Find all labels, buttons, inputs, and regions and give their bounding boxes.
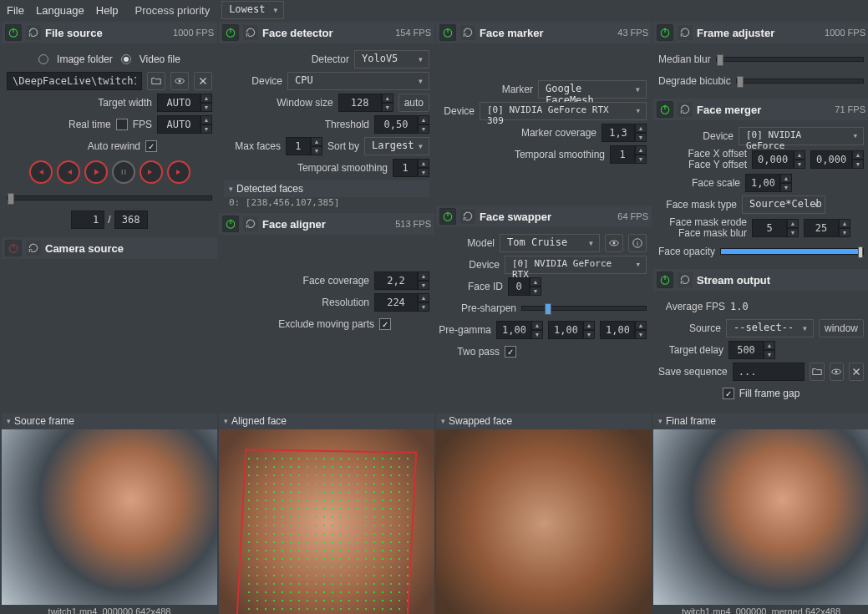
two-pass-checkbox[interactable]: ✓	[505, 346, 516, 358]
face-merger-refresh-button[interactable]	[677, 101, 693, 118]
max-faces-input[interactable]	[286, 137, 311, 155]
fill-frame-gap-checkbox[interactable]: ✓	[723, 388, 734, 399]
frame-adjuster-power-button[interactable]	[657, 24, 673, 41]
pause-button[interactable]	[112, 160, 135, 184]
face-opacity-slider[interactable]	[720, 248, 864, 255]
save-sequence-input[interactable]	[733, 363, 805, 381]
swapped-face-header[interactable]: Swapped face	[436, 413, 652, 429]
x-offset-input[interactable]	[752, 150, 794, 169]
stream-source-select[interactable]: --select--	[726, 319, 814, 337]
auto-rewind-checkbox[interactable]: ✓	[145, 140, 157, 152]
frame-current-input[interactable]	[71, 211, 104, 229]
window-size-input[interactable]	[338, 94, 382, 112]
previews-row: Source frame twitch1.mp4_000000 642x488 …	[0, 413, 868, 614]
save-eye-button[interactable]	[830, 363, 845, 381]
svg-point-3	[179, 80, 181, 83]
face-aligner-power-button[interactable]	[222, 216, 239, 232]
swapped-face-preview	[436, 429, 652, 614]
face-coverage-input[interactable]	[374, 271, 418, 290]
model-info-button[interactable]: i	[628, 234, 647, 252]
marker-coverage-input[interactable]	[602, 124, 635, 142]
image-folder-radio[interactable]	[38, 54, 48, 64]
mask-type-select[interactable]: Source*Celeb	[742, 195, 825, 214]
fps-up[interactable]: ▲	[201, 115, 212, 124]
mask-blur-input[interactable]	[804, 219, 839, 237]
camera-source-refresh-button[interactable]	[25, 240, 42, 256]
marker-temporal-input[interactable]	[610, 145, 635, 164]
mask-erode-input[interactable]	[752, 219, 787, 237]
detector-select[interactable]: YoloV5	[354, 50, 429, 69]
frame-adjuster-refresh-button[interactable]	[677, 24, 693, 41]
pregamma-r-input[interactable]	[496, 321, 531, 339]
menu-file[interactable]: File	[7, 4, 24, 17]
stream-output-refresh-button[interactable]	[677, 271, 693, 288]
save-folder-button[interactable]	[810, 363, 825, 381]
fps-down[interactable]: ▼	[201, 124, 212, 134]
target-width-up[interactable]: ▲	[201, 94, 212, 103]
marker-device-select[interactable]: [0] NVIDIA GeForce RTX 309	[480, 102, 647, 120]
real-time-checkbox[interactable]	[116, 119, 128, 130]
median-blur-slider[interactable]	[716, 57, 864, 62]
fps-input[interactable]	[157, 115, 201, 134]
face-detector-title: Face detector	[262, 27, 392, 39]
frame-adjuster-fps: 1000 FPS	[825, 28, 865, 38]
detected-faces-header[interactable]: Detected faces	[224, 180, 429, 197]
model-select[interactable]: Tom Cruise	[500, 234, 600, 252]
file-source-refresh-button[interactable]	[25, 24, 42, 41]
window-size-auto-button[interactable]: auto	[398, 94, 429, 112]
faceid-input[interactable]	[508, 277, 530, 296]
play-button[interactable]	[84, 160, 108, 184]
file-source-power-button[interactable]	[5, 24, 22, 41]
close-file-button[interactable]	[194, 72, 212, 90]
max-faces-label: Max faces	[235, 140, 281, 152]
face-marker-power-button[interactable]	[439, 24, 456, 41]
face-swapper-power-button[interactable]	[439, 208, 456, 225]
degrade-bicubic-slider[interactable]	[736, 79, 864, 84]
face-aligner-refresh-button[interactable]	[242, 216, 259, 232]
save-close-button[interactable]	[849, 363, 864, 381]
detector-label: Detector	[312, 53, 349, 65]
pregamma-b-input[interactable]	[600, 321, 635, 339]
pregamma-g-input[interactable]	[548, 321, 583, 339]
target-width-input[interactable]	[157, 94, 201, 112]
resolution-input[interactable]	[374, 293, 418, 312]
timeline-slider[interactable]	[7, 195, 212, 200]
step-forward-button[interactable]	[140, 160, 163, 184]
source-frame-header[interactable]: Source frame	[2, 413, 217, 429]
target-width-down[interactable]: ▼	[201, 103, 212, 112]
detector-temporal-input[interactable]	[393, 159, 418, 177]
y-offset-input[interactable]	[810, 150, 852, 169]
step-back-button[interactable]	[57, 160, 80, 184]
presharpen-slider[interactable]	[521, 306, 647, 311]
sort-by-select[interactable]: Largest	[364, 137, 429, 155]
open-folder-button[interactable]	[147, 72, 165, 90]
face-merger-power-button[interactable]	[657, 101, 673, 118]
stream-output-power-button[interactable]	[657, 271, 673, 288]
video-file-radio[interactable]	[121, 54, 131, 64]
face-detector-power-button[interactable]	[222, 24, 239, 41]
model-eye-button[interactable]	[605, 234, 623, 252]
camera-source-power-button[interactable]	[5, 240, 22, 256]
image-folder-label: Image folder	[57, 53, 113, 65]
threshold-input[interactable]	[374, 115, 418, 134]
merger-device-select[interactable]: [0] NVIDIA GeForce	[739, 127, 864, 145]
menu-language[interactable]: Language	[36, 4, 84, 17]
face-detector-refresh-button[interactable]	[242, 24, 259, 41]
target-delay-input[interactable]	[728, 341, 764, 359]
face-scale-input[interactable]	[745, 174, 780, 192]
menu-help[interactable]: Help	[96, 4, 119, 17]
process-priority-select[interactable]: Lowest	[221, 1, 284, 19]
final-frame-header[interactable]: Final frame	[653, 413, 868, 429]
face-swapper-refresh-button[interactable]	[459, 208, 476, 225]
exclude-moving-checkbox[interactable]: ✓	[379, 318, 391, 330]
file-path-input[interactable]	[7, 72, 142, 90]
skip-forward-button[interactable]	[167, 160, 190, 184]
detector-device-select[interactable]: CPU	[287, 72, 429, 90]
skip-back-button[interactable]	[29, 160, 53, 184]
face-marker-refresh-button[interactable]	[459, 24, 476, 41]
swapper-device-select[interactable]: [0] NVIDIA GeForce RTX	[505, 256, 647, 274]
marker-select[interactable]: Google FaceMesh	[538, 80, 647, 99]
stream-window-button[interactable]: window	[819, 319, 864, 337]
preview-eye-button[interactable]	[170, 72, 189, 90]
aligned-face-header[interactable]: Aligned face	[219, 413, 434, 429]
